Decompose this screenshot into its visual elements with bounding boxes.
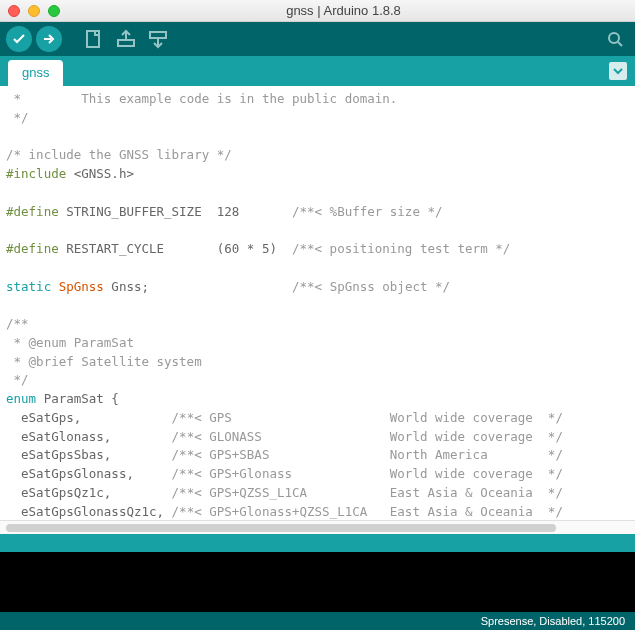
verify-button[interactable] bbox=[6, 26, 32, 52]
code-line: /** bbox=[6, 316, 29, 331]
window-controls bbox=[8, 5, 60, 17]
upload-button[interactable] bbox=[36, 26, 62, 52]
new-button[interactable] bbox=[80, 25, 108, 53]
horizontal-scrollbar[interactable] bbox=[0, 520, 635, 534]
tab-gnss[interactable]: gnss bbox=[8, 60, 63, 86]
code-line: #define RESTART_CYCLE (60 * 5) /**< posi… bbox=[6, 241, 510, 256]
code-line: enum ParamSat { bbox=[6, 391, 119, 406]
code-line: eSatGps, /**< GPS World wide coverage */ bbox=[6, 410, 563, 425]
console-output[interactable] bbox=[0, 552, 635, 612]
code-line: #include <GNSS.h> bbox=[6, 166, 134, 181]
code-line: */ bbox=[6, 372, 29, 387]
tabstrip: gnss bbox=[0, 56, 635, 86]
svg-point-3 bbox=[609, 33, 619, 43]
statusbar: Spresense, Disabled, 115200 bbox=[0, 612, 635, 630]
svg-rect-0 bbox=[87, 31, 99, 47]
open-button[interactable] bbox=[112, 25, 140, 53]
code-line: * This example code is in the public dom… bbox=[6, 91, 397, 106]
serial-monitor-button[interactable] bbox=[601, 25, 629, 53]
code-line: eSatGpsGlonass, /**< GPS+Glonass World w… bbox=[6, 466, 563, 481]
code-line: eSatGpsQz1c, /**< GPS+QZSS_L1CA East Asi… bbox=[6, 485, 563, 500]
code-line: eSatGlonass, /**< GLONASS World wide cov… bbox=[6, 429, 563, 444]
tab-menu-button[interactable] bbox=[609, 62, 627, 80]
svg-rect-2 bbox=[150, 32, 166, 38]
board-status: Spresense, Disabled, 115200 bbox=[481, 615, 625, 627]
titlebar: gnss | Arduino 1.8.8 bbox=[0, 0, 635, 22]
scrollbar-thumb[interactable] bbox=[6, 524, 556, 532]
maximize-icon[interactable] bbox=[48, 5, 60, 17]
window-title: gnss | Arduino 1.8.8 bbox=[60, 3, 627, 18]
code-line: * @brief Satellite system bbox=[6, 354, 202, 369]
toolbar bbox=[0, 22, 635, 56]
save-button[interactable] bbox=[144, 25, 172, 53]
code-line: * @enum ParamSat bbox=[6, 335, 134, 350]
message-bar bbox=[0, 534, 635, 552]
minimize-icon[interactable] bbox=[28, 5, 40, 17]
code-line: static SpGnss Gnss; /**< SpGnss object *… bbox=[6, 279, 450, 294]
code-line: eSatGpsGlonassQz1c, /**< GPS+Glonass+QZS… bbox=[6, 504, 563, 519]
code-editor[interactable]: * This example code is in the public dom… bbox=[0, 86, 635, 520]
svg-rect-1 bbox=[118, 40, 134, 46]
code-line: eSatGpsSbas, /**< GPS+SBAS North America… bbox=[6, 447, 563, 462]
code-line: #define STRING_BUFFER_SIZE 128 /**< %Buf… bbox=[6, 204, 443, 219]
code-line: */ bbox=[6, 110, 29, 125]
code-line: /* include the GNSS library */ bbox=[6, 147, 232, 162]
close-icon[interactable] bbox=[8, 5, 20, 17]
